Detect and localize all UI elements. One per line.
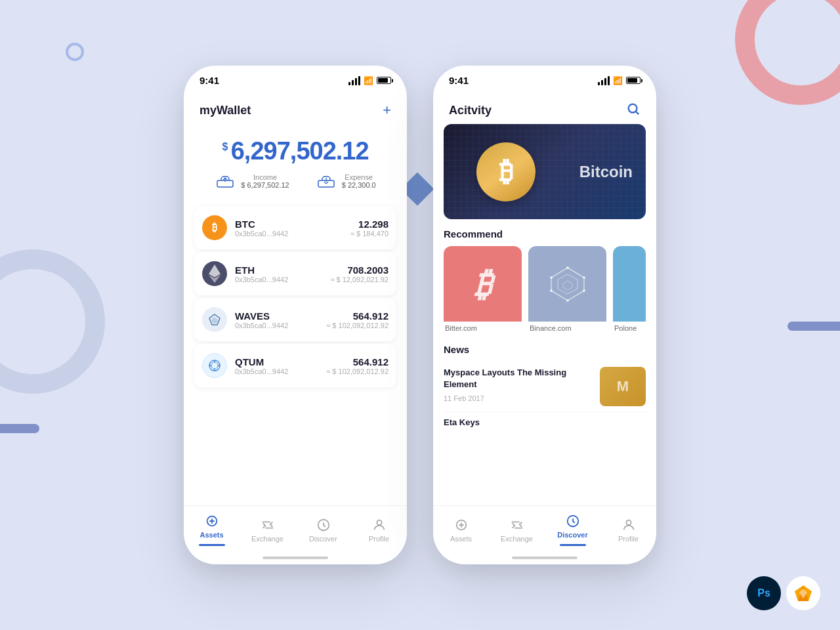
battery-icon-2 (626, 77, 640, 84)
status-icons-1: 📶 (348, 76, 391, 85)
income-text: Income $ 6,297,502.12 (241, 173, 289, 189)
balance-dollar: $ (222, 141, 228, 153)
bg-decoration-circle (66, 43, 84, 61)
eth-logo (202, 261, 227, 286)
waves-amount: 564.912 (326, 310, 388, 322)
tool-icons: Ps (747, 576, 820, 610)
signal-icon (348, 76, 360, 85)
svg-point-21 (550, 289, 553, 292)
svg-point-12 (377, 520, 381, 524)
svg-marker-3 (211, 317, 218, 324)
svg-point-17 (566, 266, 569, 269)
qtum-info: QTUM 0x3b5ca0...9442 (235, 356, 326, 375)
bitcoin-banner-bg: ₿ Bitcoin (444, 124, 646, 219)
rec-btc-label: Bitter.com (444, 322, 522, 335)
waves-values: 564.912 ≈ $ 102,092,012.92 (326, 310, 388, 329)
status-time-1: 9:41 (200, 75, 219, 86)
nav-profile-1[interactable]: Profile (351, 518, 407, 543)
bitcoin-banner[interactable]: ₿ Bitcoin (444, 124, 646, 219)
svg-point-5 (211, 362, 218, 369)
svg-marker-16 (563, 281, 572, 290)
news-text-2: Eta Keys (444, 417, 646, 427)
activity-title: Acitvity (449, 104, 492, 117)
phones-container: 9:41 📶 myWallet + (0, 0, 840, 630)
crypto-item-btc[interactable]: ₿ BTC 0x3b5ca0...9442 12.298 ≈ $ 184,470 (194, 206, 396, 249)
balance-display: $ 6,297,502.12 (200, 137, 391, 165)
rec-card-btc[interactable]: ₿ Bitter.com (444, 246, 522, 335)
recommend-cards: ₿ Bitter.com (444, 246, 646, 335)
svg-point-6 (214, 360, 216, 362)
nav-assets-label-2: Assets (450, 535, 472, 543)
crypto-item-waves[interactable]: WAVES 0x3b5ca0...9442 564.912 ≈ $ 102,09… (194, 298, 396, 341)
btc-name: BTC (235, 219, 350, 230)
nav-discover-1[interactable]: Discover (295, 518, 351, 543)
btc-info: BTC 0x3b5ca0...9442 (235, 219, 350, 238)
crypto-item-eth[interactable]: ETH 0x3b5ca0...9442 708.2003 ≈ $ 12,092,… (194, 252, 396, 295)
status-time-2: 9:41 (449, 75, 469, 86)
status-bar-1: 9:41 📶 (184, 66, 407, 91)
eth-usd: ≈ $ 12,092,021.92 (330, 276, 388, 284)
expense-item: Expense $ 22,300.0 (316, 172, 376, 190)
svg-point-18 (583, 276, 585, 279)
bottom-nav-2: Assets Exchange Discover Profile (433, 505, 656, 551)
news-title: News (444, 344, 646, 355)
svg-marker-15 (558, 274, 578, 294)
nav-exchange-1[interactable]: Exchange (240, 518, 295, 543)
qtum-name: QTUM (235, 356, 326, 368)
search-button[interactable] (626, 102, 640, 119)
qtum-usd: ≈ $ 102,092,012.92 (326, 368, 388, 375)
rec-polo-label: Polone (613, 322, 646, 335)
svg-point-7 (214, 369, 216, 371)
news-item-2[interactable]: Eta Keys (444, 412, 646, 432)
crypto-list: ₿ BTC 0x3b5ca0...9442 12.298 ≈ $ 184,470 (184, 201, 407, 505)
expense-icon (316, 172, 337, 190)
activity-content: Acitvity ₿ Bitcoin (433, 91, 656, 564)
rec-polo-img (613, 246, 646, 322)
rec-btc-img: ₿ (444, 246, 522, 322)
waves-usd: ≈ $ 102,092,012.92 (326, 322, 388, 329)
expense-value: $ 22,300.0 (342, 181, 376, 189)
btc-amount: 12.298 (350, 219, 388, 230)
nav-assets-1[interactable]: Assets (184, 514, 240, 546)
add-button[interactable]: + (383, 102, 391, 119)
svg-point-22 (550, 276, 553, 279)
recommend-title: Recommend (444, 228, 646, 240)
eth-amount: 708.2003 (330, 264, 388, 276)
rec-binance-img (528, 246, 606, 322)
btc-symbol: ₿ (474, 264, 492, 304)
nav-discover-2[interactable]: Discover (545, 514, 600, 546)
eth-values: 708.2003 ≈ $ 12,092,021.92 (330, 264, 388, 284)
news-item-1[interactable]: Myspace Layouts The Missing Element 11 F… (444, 362, 646, 412)
bottom-nav-1: Assets Exchange Discover Profile (184, 505, 407, 551)
rec-card-binance[interactable]: Binance.com (528, 246, 606, 335)
nav-exchange-label-1: Exchange (251, 535, 284, 543)
battery-icon (377, 77, 391, 84)
sketch-icon (786, 576, 820, 610)
nav-profile-label-2: Profile (618, 535, 639, 543)
nav-assets-2[interactable]: Assets (433, 518, 489, 543)
nav-exchange-2[interactable]: Exchange (489, 518, 545, 543)
waves-logo (202, 307, 227, 332)
balance-amount: 6,297,502.12 (231, 137, 369, 165)
waves-addr: 0x3b5ca0...9442 (235, 322, 326, 329)
qtum-amount: 564.912 (326, 356, 388, 368)
income-expense-row: Income $ 6,297,502.12 (200, 172, 391, 190)
income-value: $ 6,297,502.12 (241, 181, 289, 189)
wallet-content: myWallet + $ 6,297,502.12 (184, 91, 407, 564)
expense-text: Expense $ 22,300.0 (342, 173, 376, 189)
eth-info: ETH 0x3b5ca0...9442 (235, 264, 330, 284)
bg-decoration-bar-left (0, 424, 39, 433)
nav-exchange-label-2: Exchange (501, 535, 533, 543)
wifi-icon: 📶 (364, 76, 373, 85)
nav-profile-label-1: Profile (369, 535, 389, 543)
home-indicator-2 (433, 551, 656, 564)
rec-card-polo[interactable]: Polone (613, 246, 646, 335)
news-headline-1: Myspace Layouts The Missing Element (444, 367, 592, 390)
crypto-item-qtum[interactable]: QTUM 0x3b5ca0...9442 564.912 ≈ $ 102,092… (194, 344, 396, 387)
news-headline-2: Eta Keys (444, 417, 646, 427)
bg-decoration-bar-right (788, 322, 840, 331)
eth-addr: 0x3b5ca0...9442 (235, 276, 330, 284)
eth-name: ETH (235, 264, 330, 276)
income-item: Income $ 6,297,502.12 (215, 172, 289, 190)
nav-profile-2[interactable]: Profile (600, 518, 656, 543)
